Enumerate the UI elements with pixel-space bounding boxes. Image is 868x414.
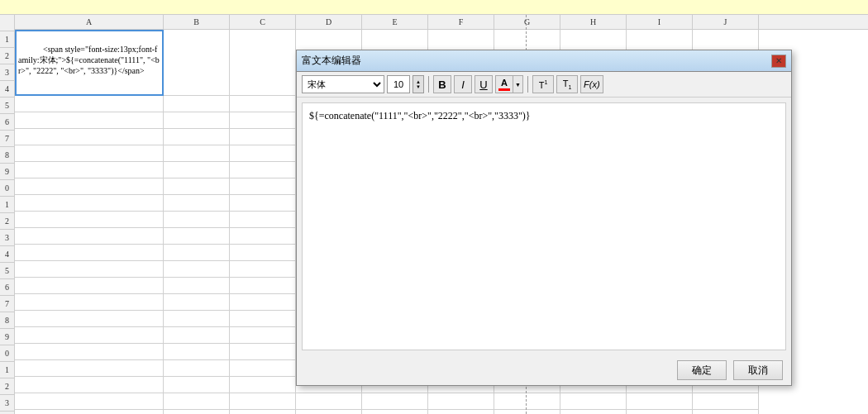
toolbar-separator-2 bbox=[527, 76, 528, 93]
formula-button[interactable]: F(x) bbox=[580, 75, 603, 93]
rich-text-editor-dialog[interactable]: 富文本编辑器 ✕ 宋体 ▲ ▼ B I bbox=[296, 50, 792, 386]
col-header-j: I bbox=[627, 15, 693, 29]
row-num-5: 5 bbox=[0, 98, 14, 114]
col-header-f: E bbox=[362, 15, 428, 29]
cell-b1[interactable] bbox=[164, 30, 230, 96]
row-num-4: 4 bbox=[0, 81, 14, 98]
bold-icon: B bbox=[438, 79, 446, 91]
dialog-content-area[interactable]: ${=concatenate("1111","<br>","2222","<br… bbox=[302, 102, 786, 350]
row-num-7: 7 bbox=[0, 131, 14, 147]
dialog-footer: 确定 取消 bbox=[297, 355, 791, 385]
confirm-button[interactable]: 确定 bbox=[677, 360, 727, 380]
row-num-8: 8 bbox=[0, 147, 14, 164]
row-num-6: 6 bbox=[0, 114, 14, 131]
col-header-g: F bbox=[428, 15, 494, 29]
row-num-23: 3 bbox=[0, 395, 14, 412]
top-bar bbox=[0, 0, 868, 15]
superscript-button[interactable]: T1 bbox=[532, 75, 554, 93]
italic-icon: I bbox=[461, 79, 465, 91]
italic-button[interactable]: I bbox=[454, 75, 472, 93]
cancel-button[interactable]: 取消 bbox=[733, 360, 783, 380]
row-num-20: 0 bbox=[0, 345, 14, 362]
row-num-16: 6 bbox=[0, 279, 14, 296]
row-num-17: 7 bbox=[0, 296, 14, 312]
font-size-spinner[interactable]: ▲ ▼ bbox=[413, 75, 424, 93]
spinner-down-icon: ▼ bbox=[416, 84, 421, 89]
row-num-15: 5 bbox=[0, 263, 14, 279]
row-num-2: 2 bbox=[0, 48, 14, 64]
cell-c1[interactable] bbox=[230, 30, 296, 96]
font-color-button[interactable]: A bbox=[495, 75, 513, 93]
superscript-icon: T1 bbox=[539, 79, 548, 90]
row-num-19: 9 bbox=[0, 329, 14, 345]
formula-icon: F(x) bbox=[584, 79, 600, 89]
row-num-9: 9 bbox=[0, 164, 14, 180]
col-header-c: B bbox=[164, 15, 230, 29]
font-color-dropdown[interactable]: ▼ bbox=[513, 75, 523, 93]
underline-icon: U bbox=[479, 79, 487, 91]
col-header-b: A bbox=[15, 15, 164, 29]
row-num-1: 1 bbox=[0, 31, 14, 48]
col-header-h: G bbox=[494, 15, 560, 29]
cell-c2[interactable] bbox=[230, 96, 296, 112]
font-color-label: A bbox=[501, 78, 508, 88]
toolbar-separator-1 bbox=[428, 76, 429, 93]
row-num-21: 1 bbox=[0, 362, 14, 378]
cell-a1-highlighted[interactable]: <span style="font-size:13px;font-family:… bbox=[15, 30, 164, 96]
font-family-select[interactable]: 宋体 bbox=[302, 75, 384, 93]
dialog-formula-text: ${=concatenate("1111","<br>","2222","<br… bbox=[309, 110, 531, 121]
row-num-13: 3 bbox=[0, 230, 14, 246]
font-color-group: A ▼ bbox=[495, 75, 523, 93]
close-button[interactable]: ✕ bbox=[771, 55, 786, 68]
col-header-k: J bbox=[693, 15, 759, 29]
cell-a2[interactable] bbox=[15, 96, 164, 112]
dialog-titlebar: 富文本编辑器 ✕ bbox=[297, 50, 791, 72]
col-header-d: C bbox=[230, 15, 296, 29]
grid-row-20 bbox=[15, 393, 868, 410]
color-bar bbox=[498, 88, 510, 91]
cell-b2[interactable] bbox=[164, 96, 230, 112]
col-header-i: H bbox=[560, 15, 627, 29]
close-icon: ✕ bbox=[775, 56, 782, 65]
underline-button[interactable]: U bbox=[475, 75, 493, 93]
row-num-14: 4 bbox=[0, 246, 14, 263]
row-num-3: 3 bbox=[0, 64, 14, 81]
col-header-e: D bbox=[296, 15, 362, 29]
subscript-icon: T1 bbox=[563, 79, 572, 90]
subscript-button[interactable]: T1 bbox=[556, 75, 578, 93]
row-numbers: 1 2 3 4 5 6 7 8 9 0 1 2 3 4 5 6 7 8 9 0 … bbox=[0, 15, 15, 414]
row-num-12: 2 bbox=[0, 213, 14, 230]
row-num-header bbox=[0, 15, 14, 31]
dialog-title: 富文本编辑器 bbox=[302, 54, 361, 68]
row-num-18: 8 bbox=[0, 312, 14, 329]
grid-row-21 bbox=[15, 410, 868, 414]
row-num-10: 0 bbox=[0, 180, 14, 197]
row-num-11: 1 bbox=[0, 197, 14, 213]
dialog-toolbar: 宋体 ▲ ▼ B I U A bbox=[297, 72, 791, 98]
font-size-input[interactable] bbox=[387, 75, 410, 93]
row-num-22: 2 bbox=[0, 378, 14, 395]
bold-button[interactable]: B bbox=[433, 75, 451, 93]
